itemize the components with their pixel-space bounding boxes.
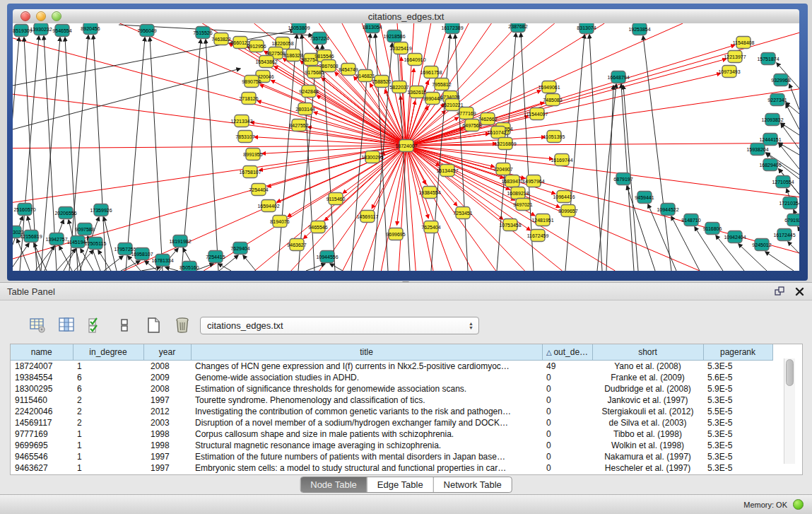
graph-node-label: 8194076 — [270, 219, 289, 224]
table-row[interactable]: 946362711997Embryonic stem cells: a mode… — [11, 462, 772, 474]
red-edge — [251, 122, 406, 146]
column-header-year[interactable]: year — [143, 344, 191, 361]
graph-node-label: 16648794 — [607, 75, 629, 80]
graph-node-label: 8313074 — [577, 25, 596, 30]
window-titlebar[interactable]: citations_edges.txt — [13, 9, 799, 24]
graph-node-label: 16594402 — [257, 204, 279, 209]
black-edge — [150, 37, 163, 271]
column-header-short[interactable]: short — [592, 344, 703, 361]
table-row[interactable]: 977716911998Corpus callosum shape and si… — [11, 428, 772, 440]
black-edge — [243, 255, 256, 271]
column-header-title[interactable]: title — [191, 344, 542, 361]
delete-column-icon[interactable] — [173, 316, 192, 334]
graph-node-label: 9146821 — [355, 74, 375, 78]
table-mode-icon[interactable] — [28, 316, 47, 334]
graph-node-label: 9497021 — [513, 202, 532, 207]
clear-selection-icon[interactable] — [115, 316, 134, 334]
graph-node-label: 19384554 — [418, 190, 440, 195]
graph-node-label: 10964416 — [553, 194, 575, 199]
black-edge — [17, 239, 30, 271]
graph-node-label: 14569117 — [357, 214, 379, 219]
graph-node-label: 10944522 — [657, 207, 678, 212]
black-edge — [57, 249, 76, 271]
graph-node-label: 6497568 — [462, 123, 481, 128]
graph-node-label: 9175685 — [305, 70, 324, 75]
table-row[interactable]: 1830029562008Estimation of significance … — [11, 383, 772, 395]
graph-node-label: 8099657 — [558, 209, 577, 214]
graph-node-label: 12505115 — [85, 241, 107, 246]
graph-node-label: 9459441 — [635, 195, 654, 200]
red-edge — [406, 146, 416, 271]
zoom-window-button[interactable] — [52, 11, 61, 21]
graph-node-label: 16543862 — [255, 59, 277, 64]
graph-node-label: 2387682 — [508, 24, 527, 29]
graph-node-label: 7254415 — [206, 255, 225, 259]
red-edge — [291, 146, 406, 271]
graph-node-label: 9815546 — [314, 54, 334, 59]
graph-node-label: 16758107 — [239, 170, 261, 175]
table-row[interactable]: 1872400712008Changes of HCN gene express… — [11, 361, 772, 373]
table-selector-dropdown[interactable]: citations_edges.txt — [200, 317, 479, 334]
graph-node-label: 8148710 — [681, 218, 700, 223]
graph-node-label: 8920456 — [81, 26, 100, 31]
close-panel-icon[interactable] — [792, 285, 806, 298]
graph-node-label: 16781334 — [151, 258, 173, 263]
column-header-out_de[interactable]: △ out_de… — [542, 344, 592, 361]
black-edge — [306, 264, 325, 271]
select-all-icon[interactable] — [86, 316, 105, 334]
tab-node-table[interactable]: Node Table — [300, 477, 367, 492]
new-column-icon[interactable] — [144, 316, 163, 334]
black-edge — [13, 216, 23, 271]
table-row[interactable]: 969969511998Structural magnetic resonanc… — [11, 440, 772, 451]
graph-node-label: 9329968 — [771, 78, 790, 83]
graph-node-label: 15938204 — [746, 147, 768, 152]
column-header-pagerank[interactable]: pagerank — [703, 344, 772, 361]
graph-node-label: 7588520 — [372, 79, 391, 84]
table-row[interactable]: 911546021997Tourette syndrome. Phenomeno… — [11, 395, 772, 406]
graph-node-label: 7956049 — [137, 28, 156, 33]
column-header-in_degree[interactable]: in_degree — [73, 344, 143, 361]
black-edge — [141, 267, 160, 271]
table-row[interactable]: 2242004622012Investigating the contribut… — [11, 406, 772, 417]
minimize-window-button[interactable] — [36, 11, 46, 21]
black-edge — [298, 45, 317, 271]
black-edge — [765, 252, 794, 271]
graph-node-label: 7254404 — [249, 187, 268, 192]
column-visibility-icon[interactable] — [57, 316, 76, 334]
black-edge — [788, 242, 799, 271]
network-canvas[interactable]: 1872400774638228660123891295618226058982… — [13, 23, 799, 271]
table-row[interactable]: 1938455462009Genome-wide association stu… — [11, 372, 772, 383]
black-edge — [121, 261, 140, 271]
scrollbar-thumb[interactable] — [786, 359, 794, 386]
graph-node-label: 19218586 — [383, 34, 405, 39]
graph-node-label: 6879197 — [613, 177, 632, 182]
graph-node-label: 13216809 — [494, 141, 516, 146]
graph-node-label: 7463822 — [211, 37, 230, 42]
close-window-button[interactable] — [20, 11, 30, 21]
table-scrollbar[interactable] — [784, 358, 795, 464]
float-panel-icon[interactable] — [772, 285, 787, 298]
table-tab-bar: Node Table Edge Table Network Table — [300, 477, 512, 493]
citation-network-graph[interactable]: 1872400774638228660123891295618226058982… — [13, 23, 799, 271]
graph-node-label: 11672459 — [527, 233, 549, 238]
graph-node-label: 7853107 — [235, 134, 254, 139]
column-header-name[interactable]: name — [11, 344, 73, 361]
graph-node-label: 16640910 — [404, 57, 425, 62]
graph-node-label: 7357224 — [310, 36, 329, 41]
table-row[interactable]: 1456911722003Disruption of a novel membe… — [11, 417, 772, 428]
graph-node-label: 9463627 — [287, 243, 306, 247]
graph-node-label: 12481951 — [531, 218, 553, 223]
table-row[interactable]: 946554611997Estimation of the future num… — [11, 451, 772, 462]
graph-node-label: 2803144 — [295, 107, 314, 112]
graph-node-label: 2718126 — [239, 96, 258, 101]
graph-node-label: 1362615 — [407, 90, 426, 95]
black-edge — [606, 86, 613, 271]
tab-network-table[interactable]: Network Table — [434, 477, 512, 492]
graph-node-label: 20206556 — [54, 211, 76, 216]
graph-node-label: 9465546 — [308, 225, 327, 230]
red-edge — [406, 146, 799, 197]
graph-node-label: 16961758 — [420, 70, 442, 75]
tab-edge-table[interactable]: Edge Table — [367, 477, 434, 492]
graph-node-label: 8505160 — [180, 265, 199, 270]
graph-node-label: 10944556 — [316, 255, 338, 259]
